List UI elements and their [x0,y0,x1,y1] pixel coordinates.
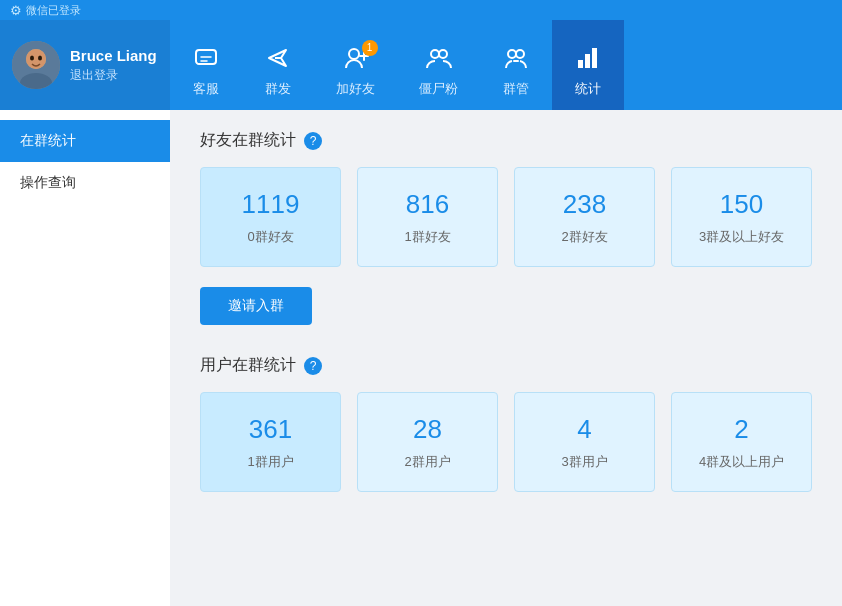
user-stat-cards: 361 1群用户 28 2群用户 4 3群用户 2 4群及以上用户 [200,392,812,492]
kefu-icon [192,44,220,76]
nav-item-qunguan[interactable]: 群管 [480,20,552,110]
friend-help-icon[interactable]: ? [304,132,322,150]
nav-item-add-friend[interactable]: 1 加好友 [314,20,397,110]
friend-stat-cards: 1119 0群好友 816 1群好友 238 2群好友 150 3群及以上好友 [200,167,812,267]
svg-point-9 [439,50,447,58]
qunguan-icon [502,44,530,76]
main-content: 好友在群统计 ? 1119 0群好友 816 1群好友 238 2群好友 150… [170,110,842,606]
fensi-icon [425,44,453,76]
friend-stat-card-3: 150 3群及以上好友 [671,167,812,267]
user-profile-area: Bruce Liang 退出登录 [0,20,170,110]
user-help-icon[interactable]: ? [304,357,322,375]
user-stat-number-1: 28 [413,414,442,445]
friend-section-text: 好友在群统计 [200,130,296,151]
nav-label-qunguan: 群管 [503,80,529,98]
user-stat-card-0: 361 1群用户 [200,392,341,492]
friend-stat-label-3: 3群及以上好友 [699,228,784,246]
main-nav: 客服 群发 1 加好友 [170,20,842,110]
nav-item-fensi[interactable]: 僵尸粉 [397,20,480,110]
svg-point-10 [508,50,516,58]
wechat-status-label: 微信已登录 [26,3,81,18]
nav-label-kefu: 客服 [193,80,219,98]
invite-btn[interactable]: 邀请入群 [200,287,312,325]
friend-stat-card-1: 816 1群好友 [357,167,498,267]
logout-button[interactable]: 退出登录 [70,67,157,84]
sidebar-item-label-2: 操作查询 [20,174,76,190]
svg-rect-14 [592,48,597,68]
add-friend-badge: 1 [362,40,378,56]
friend-stat-number-2: 238 [563,189,606,220]
add-friend-icon: 1 [342,44,370,76]
svg-rect-13 [585,54,590,68]
user-name: Bruce Liang [70,47,157,64]
avatar [12,41,60,89]
svg-point-5 [38,56,42,61]
friend-section-title: 好友在群统计 ? [200,130,812,151]
nav-label-qunfa: 群发 [265,80,291,98]
sidebar: 在群统计 操作查询 [0,110,170,606]
user-stat-number-0: 361 [249,414,292,445]
friend-stat-card-2: 238 2群好友 [514,167,655,267]
user-info: Bruce Liang 退出登录 [70,47,157,84]
friend-stat-label-2: 2群好友 [561,228,607,246]
tongji-icon [574,44,602,76]
nav-label-add-friend: 加好友 [336,80,375,98]
nav-item-qunfa[interactable]: 群发 [242,20,314,110]
friend-stat-label-1: 1群好友 [404,228,450,246]
user-section-title: 用户在群统计 ? [200,355,812,376]
user-stat-card-3: 2 4群及以上用户 [671,392,812,492]
top-status-strip: ⚙ 微信已登录 [0,0,842,20]
svg-point-7 [349,49,359,59]
sidebar-item-label-1: 在群统计 [20,132,76,148]
user-stat-label-3: 4群及以上用户 [699,453,784,471]
friend-stat-card-0: 1119 0群好友 [200,167,341,267]
user-stat-number-3: 2 [734,414,748,445]
friend-stat-number-3: 150 [720,189,763,220]
friend-stat-number-1: 816 [406,189,449,220]
user-stat-label-0: 1群用户 [247,453,293,471]
sidebar-item-caozuo-chaxun[interactable]: 操作查询 [0,162,170,204]
svg-point-11 [516,50,524,58]
user-stat-card-2: 4 3群用户 [514,392,655,492]
main-layout: 在群统计 操作查询 好友在群统计 ? 1119 0群好友 816 1群好友 23… [0,110,842,606]
user-stat-number-2: 4 [577,414,591,445]
topbar: Bruce Liang 退出登录 客服 群发 [0,20,842,110]
user-stat-label-1: 2群用户 [404,453,450,471]
gear-icon: ⚙ [10,3,22,18]
user-stat-label-2: 3群用户 [561,453,607,471]
svg-point-8 [431,50,439,58]
nav-label-tongji: 统计 [575,80,601,98]
friend-stat-label-0: 0群好友 [247,228,293,246]
nav-item-kefu[interactable]: 客服 [170,20,242,110]
user-section-text: 用户在群统计 [200,355,296,376]
friend-stat-number-0: 1119 [242,189,300,220]
svg-rect-12 [578,60,583,68]
nav-item-tongji[interactable]: 统计 [552,20,624,110]
qunfa-icon [264,44,292,76]
nav-label-fensi: 僵尸粉 [419,80,458,98]
user-stat-card-1: 28 2群用户 [357,392,498,492]
sidebar-item-zai-qun-tongji[interactable]: 在群统计 [0,120,170,162]
svg-point-4 [30,56,34,61]
